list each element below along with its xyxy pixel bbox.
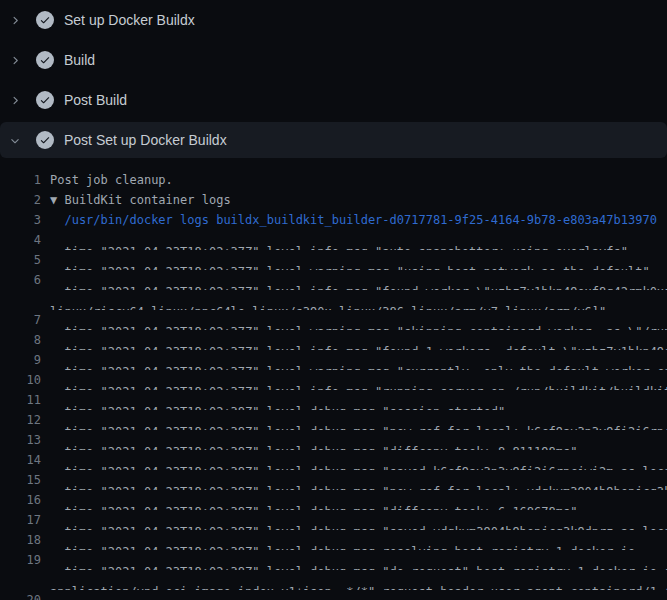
line-number[interactable]: 19 [0,550,41,570]
triangle-down-icon[interactable]: ▼ [50,193,64,207]
chevron-right-icon[interactable] [9,92,21,108]
line-number[interactable]: 4 [0,230,41,250]
step-label: Post Build [64,92,127,108]
check-circle-icon [36,131,54,149]
steps-list: Set up Docker Buildx Build [0,0,667,158]
log-line: linux/riscv64 linux/ppc64le linux/s390x … [0,290,667,310]
log-line: 18 time="2021-04-23T18:02:38Z" level=deb… [0,530,667,550]
log-text: time="2021-04-23T18:02:38Z" level=debug … [41,502,577,510]
log-text: time="2021-04-23T18:02:38Z" level=debug … [41,542,635,550]
line-number[interactable] [0,290,41,310]
line-number[interactable]: 11 [0,390,41,410]
log-line: 11 time="2021-04-23T18:02:38Z" level=deb… [0,390,667,410]
line-number[interactable]: 18 [0,530,41,550]
log-line: 8 time="2021-04-23T18:02:37Z" level=info… [0,330,667,350]
log-text: time="2021-04-23T18:02:37Z" level=info m… [41,342,667,350]
log-lines: 1 Post job cleanup. 2 ▼ BuildKit contain… [0,170,667,600]
log-line: 14 time="2021-04-23T18:02:38Z" level=deb… [0,450,667,470]
chevron-down-icon[interactable] [9,132,21,148]
line-number[interactable]: 14 [0,450,41,470]
line-number[interactable]: 8 [0,330,41,350]
log-line: 5 time="2021-04-23T18:02:37Z" level=warn… [0,250,667,270]
log-line: 19 time="2021-04-23T18:02:38Z" level=deb… [0,550,667,570]
log-line: 4 time="2021-04-23T18:02:37Z" level=info… [0,230,667,250]
log-text: linux/riscv64 linux/ppc64le linux/s390x … [41,302,606,310]
log-line: 10 time="2021-04-23T18:02:37Z" level=inf… [0,370,667,390]
line-number[interactable]: 13 [0,430,41,450]
step-label: Build [64,52,95,68]
line-number[interactable]: 20 [0,590,41,600]
line-number[interactable]: 6 [0,270,41,290]
step-row[interactable]: Set up Docker Buildx [0,0,667,40]
line-number[interactable]: 7 [0,310,41,330]
line-number[interactable]: 10 [0,370,41,390]
log-text: time="2021-04-23T18:02:37Z" level=info m… [41,382,667,390]
log-line: 13 time="2021-04-23T18:02:38Z" level=deb… [0,430,667,450]
line-number[interactable]: 3 [0,210,41,230]
log-text: time="2021-04-23T18:02:38Z" level=debug … [41,462,667,470]
log-text: time="2021-04-23T18:02:38Z" level=debug … [41,402,505,410]
log-line: 17 time="2021-04-23T18:02:38Z" level=deb… [0,510,667,530]
log-group-title[interactable]: BuildKit container logs [64,193,230,207]
log-command-text: /usr/bin/docker logs buildx_buildkit_bui… [41,210,657,230]
log-text: time="2021-04-23T18:02:38Z" level=debug … [41,562,667,570]
line-number[interactable]: 9 [0,350,41,370]
log-line: 15 time="2021-04-23T18:02:38Z" level=deb… [0,470,667,490]
actions-log-viewer: Set up Docker Buildx Build [0,0,667,600]
log-text: time="2021-04-23T18:02:37Z" level=info m… [41,282,667,290]
log-line: 6 time="2021-04-23T18:02:37Z" level=info… [0,270,667,290]
log-text: time="2021-04-23T18:02:38Z" level=debug … [41,482,667,490]
log-line: 2 ▼ BuildKit container logs [0,190,667,210]
step-row[interactable]: Post Build [0,80,667,120]
line-number[interactable]: 2 [0,190,41,210]
line-number[interactable]: 16 [0,490,41,510]
log-line: 7 time="2021-04-23T18:02:37Z" level=warn… [0,310,667,330]
log-line: 1 Post job cleanup. [0,170,667,190]
line-number[interactable]: 17 [0,510,41,530]
log-line: application/vnd.oci.image.index.v1+json,… [0,570,667,590]
log-text: time="2021-04-23T18:02:37Z" level=warnin… [41,262,650,270]
line-number[interactable] [0,570,41,590]
log-line: 3 /usr/bin/docker logs buildx_buildkit_b… [0,210,667,230]
log-text: time="2021-04-23T18:02:38Z" level=debug … [41,442,577,450]
log-line: 9 time="2021-04-23T18:02:37Z" level=warn… [0,350,667,370]
log-text: time="2021-04-23T18:02:38Z" level=debug … [41,522,667,530]
log-line: 12 time="2021-04-23T18:02:38Z" level=deb… [0,410,667,430]
check-circle-icon [36,91,54,109]
line-number[interactable]: 5 [0,250,41,270]
check-circle-icon [36,51,54,69]
log-text: application/vnd.oci.image.index.v1+json,… [41,582,667,590]
chevron-right-icon[interactable] [9,52,21,68]
step-label: Set up Docker Buildx [64,12,195,28]
check-circle-icon [36,11,54,29]
line-number[interactable]: 1 [0,170,41,190]
line-number[interactable]: 12 [0,410,41,430]
chevron-right-icon[interactable] [9,12,21,28]
log-text: time="2021-04-23T18:02:37Z" level=warnin… [41,322,667,330]
log-text: time="2021-04-23T18:02:38Z" level=debug … [41,422,667,430]
log-line: 20 time="2021-04-23T18:02:38Z" level=deb… [0,590,667,600]
line-number[interactable]: 15 [0,470,41,490]
log-text: time="2021-04-23T18:02:37Z" level=warnin… [41,362,667,370]
log-text: Post job cleanup. [41,170,173,190]
log-group-header[interactable]: ▼ BuildKit container logs [41,190,231,210]
step-row[interactable]: Build [0,40,667,80]
step-row[interactable]: Post Set up Docker Buildx [0,122,667,158]
log-line: 16 time="2021-04-23T18:02:38Z" level=deb… [0,490,667,510]
log-text: time="2021-04-23T18:02:37Z" level=info m… [41,242,628,250]
step-label: Post Set up Docker Buildx [64,132,227,148]
